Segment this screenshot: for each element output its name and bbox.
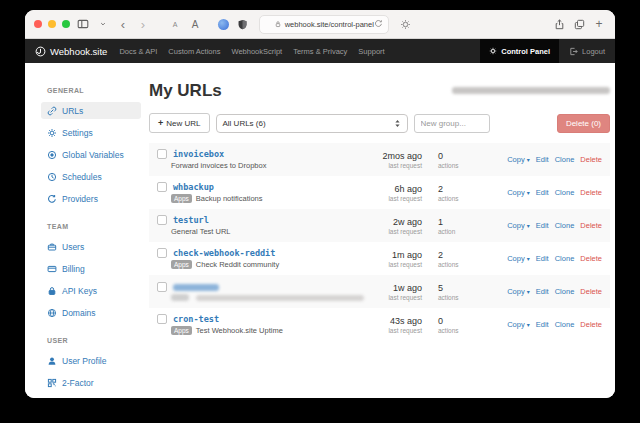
clone-link[interactable]: Clone xyxy=(555,320,575,329)
delete-link[interactable]: Delete xyxy=(580,287,602,296)
close-window-button[interactable] xyxy=(34,20,42,28)
edit-link[interactable]: Edit xyxy=(536,254,549,263)
url-name-link[interactable]: whbackup xyxy=(173,182,214,192)
row-checkbox[interactable] xyxy=(157,215,167,225)
clone-link[interactable]: Clone xyxy=(555,221,575,230)
logout-button[interactable]: Logout xyxy=(559,39,615,63)
clone-link[interactable]: Clone xyxy=(555,287,575,296)
sidebar-item-global-variables[interactable]: Global Variables xyxy=(41,146,141,163)
new-url-button[interactable]: + New URL xyxy=(149,113,210,133)
globe-icon xyxy=(47,308,57,318)
sidebar-item-providers[interactable]: Providers xyxy=(41,190,141,207)
sidebar-item-settings[interactable]: Settings xyxy=(41,124,141,141)
delete-selected-button[interactable]: Delete (0) xyxy=(557,114,610,133)
decrease-text-size-button[interactable]: A xyxy=(168,15,182,33)
row-checkbox[interactable] xyxy=(157,314,167,324)
back-button[interactable]: ‹ xyxy=(116,15,130,33)
copy-link[interactable]: Copy ▾ xyxy=(507,254,530,263)
url-name-link[interactable]: cron-test xyxy=(173,314,219,324)
sidebar-item-2-factor[interactable]: 2-Factor xyxy=(41,374,141,391)
reload-icon[interactable] xyxy=(374,19,383,28)
clone-link[interactable]: Clone xyxy=(555,254,575,263)
copy-link[interactable]: Copy ▾ xyxy=(507,221,530,230)
edit-link[interactable]: Edit xyxy=(536,320,549,329)
navbar-link-custom-actions[interactable]: Custom Actions xyxy=(168,47,220,56)
gear-icon xyxy=(489,47,497,55)
new-group-input[interactable] xyxy=(414,114,490,133)
increase-text-size-button[interactable]: A xyxy=(188,15,202,33)
url-text: webhook.site/control-panel xyxy=(285,20,374,29)
sidebar-item-label: Domains xyxy=(62,308,96,318)
address-bar[interactable]: webhook.site/control-panel xyxy=(259,15,389,34)
last-request-time: 2w ago xyxy=(364,217,422,227)
extension-icon[interactable] xyxy=(218,19,229,30)
edit-link[interactable]: Edit xyxy=(536,221,549,230)
shield-extension-icon[interactable] xyxy=(235,15,249,33)
url-description: Backup notifications xyxy=(196,194,263,203)
delete-link[interactable]: Delete xyxy=(580,254,602,263)
sidebar-item-api-keys[interactable]: API Keys xyxy=(41,282,141,299)
last-request-time: 6h ago xyxy=(364,184,422,194)
url-description: Test Webhook.site Uptime xyxy=(196,326,283,335)
brand[interactable]: Webhook.site xyxy=(35,46,107,57)
clone-link[interactable]: Clone xyxy=(555,188,575,197)
tab-overview-icon[interactable] xyxy=(572,15,586,33)
sidebar-item-users[interactable]: Users xyxy=(41,238,141,255)
copy-link[interactable]: Copy ▾ xyxy=(507,155,530,164)
delete-link[interactable]: Delete xyxy=(580,221,602,230)
sidebar-section-header: GENERAL xyxy=(47,87,143,94)
copy-link[interactable]: Copy ▾ xyxy=(507,287,530,296)
delete-link[interactable]: Delete xyxy=(580,188,602,197)
navbar-link-webhookscript[interactable]: WebhookScript xyxy=(231,47,282,56)
new-tab-icon[interactable]: + xyxy=(592,15,606,33)
select-arrows-icon xyxy=(394,119,401,128)
last-request-label: last request xyxy=(364,261,422,268)
clone-link[interactable]: Clone xyxy=(555,155,575,164)
url-name-link[interactable]: testurl xyxy=(173,215,209,225)
sidebar-item-label: 2-Factor xyxy=(62,378,94,388)
sidebar-item-label: URLs xyxy=(62,106,83,116)
apps-badge: Apps xyxy=(171,326,192,336)
settings-gear-icon[interactable] xyxy=(399,15,413,33)
url-description: General Test URL xyxy=(171,227,230,236)
edit-link[interactable]: Edit xyxy=(536,155,549,164)
row-checkbox[interactable] xyxy=(157,282,167,292)
row-checkbox[interactable] xyxy=(157,248,167,258)
account-info-redacted xyxy=(452,87,610,94)
webhook-logo-icon xyxy=(35,46,46,57)
navbar-link-support[interactable]: Support xyxy=(358,47,384,56)
copy-link[interactable]: Copy ▾ xyxy=(507,320,530,329)
url-name-link[interactable]: check-webhook-reddit xyxy=(173,248,275,258)
sidebar-item-notifications[interactable]: Notifications xyxy=(41,396,141,398)
url-name-link[interactable]: invoicebox xyxy=(173,149,224,159)
delete-link[interactable]: Delete xyxy=(580,155,602,164)
briefcase-icon xyxy=(47,242,57,252)
sidebar-item-domains[interactable]: Domains xyxy=(41,304,141,321)
delete-link[interactable]: Delete xyxy=(580,320,602,329)
actions-count-label: actions xyxy=(438,162,482,169)
apps-badge: Apps xyxy=(171,260,192,270)
sidebar-toggle-icon[interactable] xyxy=(76,15,90,33)
edit-link[interactable]: Edit xyxy=(536,287,549,296)
sidebar-item-schedules[interactable]: Schedules xyxy=(41,168,141,185)
minimize-window-button[interactable] xyxy=(48,20,56,28)
gear-icon xyxy=(47,128,57,138)
apps-badge: Apps xyxy=(171,194,192,204)
url-filter-select[interactable]: All URLs (6) xyxy=(216,114,408,133)
row-checkbox[interactable] xyxy=(157,149,167,159)
sidebar-item-user-profile[interactable]: User Profile xyxy=(41,352,141,369)
sidebar-item-urls[interactable]: URLs xyxy=(41,102,141,119)
sidebar-item-billing[interactable]: Billing xyxy=(41,260,141,277)
caret-down-icon: ▾ xyxy=(527,322,530,328)
row-checkbox[interactable] xyxy=(157,182,167,192)
chevron-down-icon[interactable] xyxy=(96,15,110,33)
copy-link[interactable]: Copy ▾ xyxy=(507,188,530,197)
control-panel-button[interactable]: Control Panel xyxy=(480,39,559,63)
zoom-window-button[interactable] xyxy=(62,20,70,28)
navbar-link-docs-api[interactable]: Docs & API xyxy=(119,47,157,56)
share-icon[interactable] xyxy=(552,15,566,33)
edit-link[interactable]: Edit xyxy=(536,188,549,197)
caret-down-icon: ▾ xyxy=(527,256,530,262)
navbar-link-terms-privacy[interactable]: Terms & Privacy xyxy=(293,47,347,56)
forward-button[interactable]: › xyxy=(136,15,150,33)
